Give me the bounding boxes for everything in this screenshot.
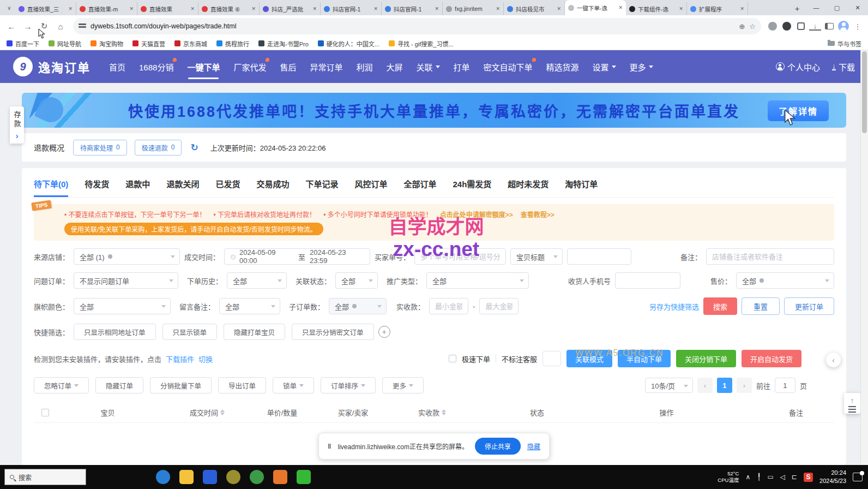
taskbar-app-icon[interactable] [156, 470, 170, 484]
receiver-phone-input[interactable] [615, 272, 680, 289]
quick-filter-button[interactable]: 只显示分销密文订单 [292, 324, 374, 340]
bookmark-star-icon[interactable]: ☆ [749, 22, 756, 31]
browser-tab[interactable]: 抖店极见市 ✕ [504, 2, 565, 15]
tab-close-icon[interactable]: ✕ [68, 6, 73, 11]
tray-expand-icon[interactable]: ∧ [745, 473, 750, 481]
table-column-header[interactable]: 买家/卖家 [316, 407, 390, 418]
tab-close-icon[interactable]: ✕ [190, 6, 195, 11]
tab-close-icon[interactable]: ✕ [496, 6, 500, 11]
downloads-icon[interactable]: ↓ [809, 22, 821, 31]
tab-close-icon[interactable]: ✕ [618, 5, 623, 10]
collapse-panel-button[interactable]: ‹ [826, 353, 841, 367]
taskbar-app-icon[interactable] [297, 470, 311, 484]
table-column-header[interactable]: 操作 [600, 407, 733, 418]
new-tab-button[interactable]: + [791, 2, 804, 15]
current-page-button[interactable]: 1 [717, 378, 732, 393]
order-status-tab[interactable]: 退款中 [125, 178, 150, 197]
tab-close-icon[interactable]: ✕ [312, 6, 317, 11]
tampermonkey-extension-icon[interactable] [767, 20, 779, 32]
taskbar-clock[interactable]: 20:24 2024/5/23 [819, 469, 846, 485]
widget-menu-icon[interactable] [848, 409, 856, 410]
site-nav-item[interactable]: 更多 [630, 58, 653, 76]
hide-share-bar-link[interactable]: 隐藏 [527, 442, 540, 451]
sub-order-count-select[interactable]: 全部 [329, 298, 387, 314]
taskbar-app-icon[interactable] [179, 470, 194, 484]
site-nav-item[interactable]: 设置 [593, 58, 616, 76]
site-nav-item[interactable]: 异常订单 [310, 58, 342, 76]
toolbar-button[interactable]: 锁单 [273, 377, 314, 393]
flag-color-select[interactable]: 全部 [74, 298, 171, 314]
toolbar-button[interactable]: 更多 [382, 377, 424, 393]
reset-button[interactable]: 重置 [742, 297, 780, 315]
browser-tab[interactable]: 抖店官网-1 ✕ [382, 2, 443, 15]
add-quick-filter-button[interactable]: + [378, 326, 390, 338]
order-status-tab[interactable]: 已发货 [215, 178, 240, 197]
remark-input[interactable] [706, 248, 834, 265]
browser-tab[interactable]: 扩展程序 ✕ [687, 2, 748, 15]
window-control-button[interactable]: ▢ [827, 0, 847, 15]
site-nav-item[interactable]: 首页 [109, 58, 125, 76]
bookmark-item[interactable]: 寻找 - gif搜索_习惯... [389, 39, 454, 48]
refresh-icon[interactable]: ↻ [37, 19, 51, 33]
site-nav-item[interactable]: 大屏 [386, 58, 402, 76]
fast-order-checkbox[interactable] [449, 355, 456, 362]
bookmark-item[interactable]: 百度一下 [7, 39, 39, 48]
order-status-tab[interactable]: 下单记录 [305, 178, 338, 197]
order-status-tab[interactable]: 淘特订单 [565, 178, 598, 197]
quick-filter-button[interactable]: 只显示锁单 [162, 324, 218, 340]
mode-button[interactable]: 半自动下单 [618, 350, 671, 367]
goto-page-input[interactable]: 1 [775, 378, 795, 393]
order-status-tab[interactable]: 全部订单 [403, 178, 436, 197]
bookmark-item[interactable]: 京东商城 [174, 39, 207, 48]
address-bar[interactable]: dywebs.1tsoft.com/douyin-web/pages/trade… [73, 18, 761, 34]
download-plugin-link[interactable]: 下载插件 [166, 354, 194, 364]
network-icon[interactable]: ⊏ [792, 473, 797, 481]
apply-decrypt-quota-link[interactable]: 点击此处申请解密额度>> [440, 210, 513, 219]
table-column-header[interactable]: 备注 [733, 407, 859, 418]
order-status-tab[interactable]: 风控订单 [354, 178, 387, 197]
order-no-input[interactable] [414, 248, 506, 265]
refund-pill-button[interactable]: 待商家处理 0 [73, 140, 127, 156]
view-tutorial-link[interactable]: 查看教程>> [521, 210, 554, 219]
side-panel-icon[interactable] [823, 20, 835, 32]
table-column-header[interactable]: 实收款 [390, 407, 474, 418]
mode-button[interactable]: 关闭分销下单 [676, 350, 736, 367]
order-status-tab[interactable]: 交易成功 [256, 178, 289, 197]
promo-banner-button[interactable]: 了解详情 [768, 100, 829, 121]
back-to-top-icon[interactable]: ↑ [851, 397, 854, 404]
tab-close-icon[interactable]: ✕ [251, 6, 256, 11]
quick-filter-button[interactable]: 只显示相同地址订单 [74, 324, 156, 340]
toolbar-button[interactable]: 订单排序 [321, 377, 376, 393]
item-field-select[interactable]: 宝贝标题 [510, 248, 563, 265]
taskbar-app-icon[interactable] [273, 470, 287, 484]
sogou-icon[interactable]: S [804, 473, 813, 482]
tab-close-icon[interactable]: ✕ [373, 6, 378, 11]
tab-close-icon[interactable]: ✕ [740, 6, 744, 11]
site-nav-item[interactable]: 利润 [356, 58, 372, 76]
taskbar-search[interactable]: 搜索 [4, 469, 86, 485]
message-remark-select[interactable]: 全部 [219, 298, 280, 314]
item-keyword-input[interactable] [567, 248, 631, 265]
note-select[interactable] [542, 351, 561, 366]
table-column-header[interactable]: 成交时间 [166, 407, 248, 418]
prev-page-button[interactable]: ‹ [697, 378, 713, 393]
promo-type-select[interactable]: 全部 [426, 272, 529, 289]
window-control-button[interactable]: — [806, 0, 827, 15]
update-orders-button[interactable]: 更新订单 [784, 297, 834, 315]
order-status-tab[interactable]: 超时未发货 [508, 178, 548, 197]
page-scrollbar[interactable] [860, 50, 868, 465]
order-status-tab[interactable]: 待发货 [85, 178, 109, 197]
browser-tab[interactable]: 直播效果_三 ✕ [15, 2, 76, 15]
select-all-checkbox[interactable] [41, 409, 49, 416]
toolbar-button[interactable]: 导出订单 [218, 377, 266, 393]
browser-tab[interactable]: 抖店官网-1 ✕ [321, 2, 382, 15]
toolbar-button[interactable]: 分销批量下单 [150, 377, 212, 393]
pen-icon[interactable]: ╿ [757, 473, 761, 481]
next-page-button[interactable]: › [737, 378, 752, 393]
browser-tab[interactable]: 直播效果 ✕ [137, 2, 198, 15]
site-nav-item[interactable]: 厂家代发 [233, 58, 266, 76]
paid-amount-min-input[interactable] [429, 298, 468, 314]
site-nav-item[interactable]: 打单 [454, 58, 470, 76]
sort-icon[interactable] [220, 409, 225, 415]
site-nav-item[interactable]: 1688分销 [139, 58, 173, 76]
